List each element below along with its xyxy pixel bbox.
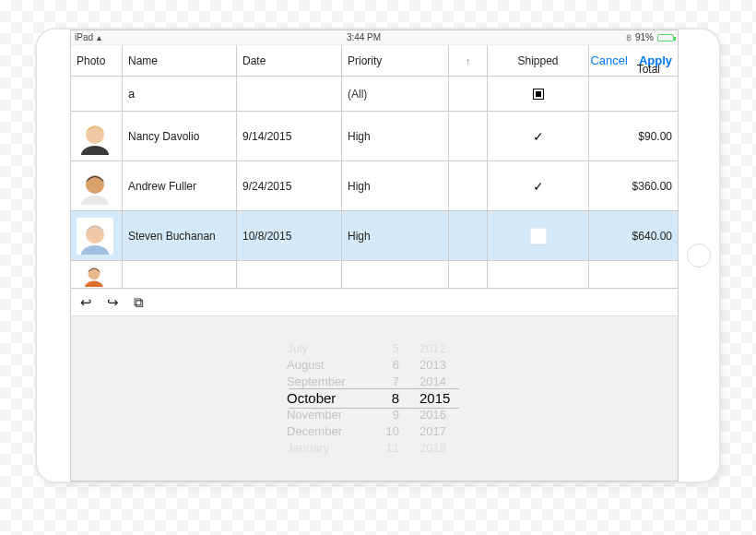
table-row[interactable]: [71, 261, 678, 289]
picker-option[interactable]: 2014: [419, 374, 446, 390]
year-wheel[interactable]: 2012201320142015201620172018: [419, 340, 462, 457]
battery-percent: 91%: [635, 32, 654, 42]
undo-button[interactable]: ↩: [80, 294, 92, 311]
table-header: Photo Name Date Priority ↑ Shipped Cance…: [71, 45, 678, 77]
cell-date: 9/14/2015: [237, 112, 342, 160]
picker-option[interactable]: 2015: [419, 390, 450, 407]
cell-priority: High: [342, 211, 449, 260]
cell-sort-spacer: [449, 112, 488, 160]
edit-toolbar: ↩ ↪ ⧉: [71, 289, 678, 316]
svg-point-5: [86, 175, 104, 194]
cell-photo: [71, 211, 123, 260]
checkmark-icon: ✓: [493, 179, 583, 194]
avatar: [77, 263, 112, 287]
picker-option[interactable]: September: [287, 374, 346, 390]
column-sort-indicator[interactable]: ↑: [449, 45, 488, 76]
cell-photo: [71, 112, 123, 160]
picker-option[interactable]: 6: [393, 357, 399, 374]
picker-option[interactable]: October: [287, 390, 336, 407]
indeterminate-checkbox-icon: [533, 89, 544, 100]
filter-name-input[interactable]: a: [123, 77, 237, 111]
picker-option[interactable]: 2012: [419, 340, 446, 357]
picker-option[interactable]: 8: [392, 390, 399, 407]
avatar: [77, 218, 113, 255]
filter-sort-spacer: [449, 77, 488, 111]
checkmark-icon: ✓: [493, 129, 583, 144]
table-row[interactable]: Andrew Fuller 9/24/2015 High ✓ $360.00: [71, 161, 678, 211]
cell-photo: [71, 261, 123, 288]
picker-option[interactable]: December: [287, 423, 342, 440]
column-header-shipped[interactable]: Shipped: [488, 45, 589, 76]
copy-button[interactable]: ⧉: [134, 294, 144, 311]
battery-icon: [657, 34, 674, 42]
day-wheel[interactable]: 567891011: [377, 340, 399, 457]
cell-priority: High: [342, 112, 449, 160]
picker-option[interactable]: 5: [393, 340, 399, 357]
status-bar: iPad ▴ 3:44 PM ฿ 91%: [71, 30, 678, 45]
cell-sort-spacer: [449, 211, 488, 260]
home-button[interactable]: [687, 244, 711, 268]
cell-name: Andrew Fuller: [123, 161, 237, 210]
filter-photo: [71, 77, 123, 111]
column-header-photo[interactable]: Photo: [71, 45, 123, 76]
cell-photo: [71, 161, 123, 210]
column-header-name[interactable]: Name: [123, 45, 237, 76]
picker-option[interactable]: 7: [393, 374, 399, 390]
cell-total: $90.00: [589, 112, 679, 160]
table-row[interactable]: Nancy Davolio 9/14/2015 High ✓ $90.00: [71, 112, 678, 161]
column-header-total[interactable]: Total: [637, 63, 660, 76]
picker-option[interactable]: August: [287, 357, 324, 374]
month-wheel[interactable]: JulyAugustSeptemberOctoberNovemberDecemb…: [287, 340, 357, 457]
checkbox-empty-icon: [530, 228, 547, 244]
cell-shipped[interactable]: ✓: [488, 161, 589, 210]
cell-shipped[interactable]: ✓: [488, 112, 589, 160]
clock: 3:44 PM: [101, 32, 626, 42]
sort-arrow-up-icon: ↑: [455, 55, 481, 66]
picker-option[interactable]: 2013: [419, 357, 446, 374]
cell-total: $640.00: [589, 211, 679, 260]
avatar: [77, 118, 113, 155]
cell-priority: High: [342, 161, 449, 210]
avatar: [77, 168, 113, 205]
svg-point-11: [89, 268, 100, 279]
filter-row: a (All): [71, 77, 678, 112]
picker-option[interactable]: 9: [393, 407, 399, 423]
device-label: iPad: [75, 32, 93, 42]
cell-date: 10/8/2015: [237, 211, 342, 260]
table-row[interactable]: Steven Buchanan 10/8/2015 High $640.00: [71, 211, 678, 261]
filter-total: [589, 77, 679, 111]
cell-sort-spacer: [449, 161, 488, 210]
filter-shipped-checkbox[interactable]: [488, 77, 589, 111]
picker-option[interactable]: 2017: [419, 423, 446, 440]
picker-option[interactable]: 11: [386, 440, 399, 457]
picker-option[interactable]: January: [287, 440, 329, 457]
bluetooth-icon: ฿: [626, 32, 632, 42]
picker-option[interactable]: July: [287, 340, 308, 357]
svg-point-8: [86, 225, 104, 244]
filter-priority-select[interactable]: (All): [342, 77, 449, 111]
picker-option[interactable]: 2016: [419, 407, 446, 423]
picker-option[interactable]: 10: [386, 423, 399, 440]
picker-option[interactable]: November: [287, 407, 342, 423]
picker-option[interactable]: 2018: [419, 440, 446, 457]
cancel-button[interactable]: Cancel: [590, 54, 627, 67]
cell-total: $360.00: [589, 161, 679, 210]
cell-name: Nancy Davolio: [123, 112, 237, 160]
column-header-priority[interactable]: Priority: [342, 45, 449, 76]
table-body: Nancy Davolio 9/14/2015 High ✓ $90.00 An…: [71, 112, 678, 289]
cell-shipped[interactable]: [488, 211, 589, 260]
date-picker[interactable]: JulyAugustSeptemberOctoberNovemberDecemb…: [71, 316, 678, 481]
svg-point-2: [86, 125, 104, 144]
redo-button[interactable]: ↪: [107, 294, 119, 311]
cell-date: 9/24/2015: [237, 161, 342, 210]
filter-date-input[interactable]: [237, 77, 342, 111]
column-header-date[interactable]: Date: [237, 45, 342, 76]
cell-name: Steven Buchanan: [123, 211, 237, 260]
